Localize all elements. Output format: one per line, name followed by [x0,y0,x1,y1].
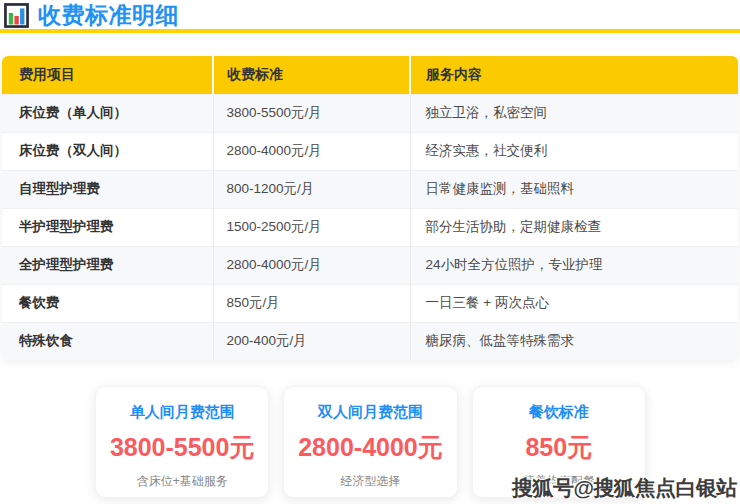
summary-card: 双人间月费范围 2800-4000元 经济型选择 [283,386,457,498]
column-header-fee-item: 费用项目 [2,56,213,94]
fee-item-cell: 床位费（单人间） [2,94,213,132]
table-row: 床位费（双人间） 2800-4000元/月 经济实惠，社交便利 [2,132,738,170]
page-title: 收费标准明细 [38,4,179,27]
service-cell: 日常健康监测，基础照料 [410,170,738,208]
gold-divider [0,29,740,33]
fee-table-body: 床位费（单人间） 3800-5500元/月 独立卫浴，私密空间 床位费（双人间）… [2,94,738,360]
sohu-watermark: 搜狐号@搜狐焦点白银站 [512,474,737,502]
service-cell: 24小时全方位照护，专业护理 [410,246,738,284]
service-cell: 经济实惠，社交便利 [410,132,738,170]
fee-table: 费用项目 收费标准 服务内容 床位费（单人间） 3800-5500元/月 独立卫… [2,56,738,360]
table-row: 自理型护理费 800-1200元/月 日常健康监测，基础照料 [2,170,738,208]
fee-standard-cell: 2800-4000元/月 [213,246,410,284]
fee-item-cell: 床位费（双人间） [2,132,213,170]
service-cell: 一日三餐 + 两次点心 [410,284,738,322]
service-cell: 部分生活协助，定期健康检查 [410,208,738,246]
card-price: 3800-5500元 [110,434,255,462]
table-row: 餐饮费 850元/月 一日三餐 + 两次点心 [2,284,738,322]
fee-standard-cell: 850元/月 [213,284,410,322]
fee-item-cell: 自理型护理费 [2,170,213,208]
fee-standard-cell: 1500-2500元/月 [213,208,410,246]
page-header: 收费标准明细 [0,0,740,27]
table-row: 全护理型护理费 2800-4000元/月 24小时全方位照护，专业护理 [2,246,738,284]
fee-table-header: 费用项目 收费标准 服务内容 [2,56,738,94]
table-row: 床位费（单人间） 3800-5500元/月 独立卫浴，私密空间 [2,94,738,132]
fee-table-container: 费用项目 收费标准 服务内容 床位费（单人间） 3800-5500元/月 独立卫… [2,56,738,360]
summary-card: 单人间月费范围 3800-5500元 含床位+基础服务 [95,386,269,498]
fee-standard-cell: 3800-5500元/月 [213,94,410,132]
card-price: 850元 [525,434,592,462]
column-header-fee-standard: 收费标准 [213,56,410,94]
card-price: 2800-4000元 [298,434,443,462]
table-row: 特殊饮食 200-400元/月 糖尿病、低盐等特殊需求 [2,322,738,360]
column-header-service: 服务内容 [410,56,738,94]
card-title: 餐饮标准 [529,403,589,422]
table-row: 半护理型护理费 1500-2500元/月 部分生活协助，定期健康检查 [2,208,738,246]
fee-table-header-row: 费用项目 收费标准 服务内容 [2,56,738,94]
fee-standard-cell: 800-1200元/月 [213,170,410,208]
fee-standard-cell: 2800-4000元/月 [213,132,410,170]
fee-standard-cell: 200-400元/月 [213,322,410,360]
bar-chart-icon [4,3,29,28]
service-cell: 糖尿病、低盐等特殊需求 [410,322,738,360]
card-note: 经济型选择 [340,473,400,490]
fee-item-cell: 特殊饮食 [2,322,213,360]
service-cell: 独立卫浴，私密空间 [410,94,738,132]
card-note: 含床位+基础服务 [137,473,228,490]
fee-item-cell: 全护理型护理费 [2,246,213,284]
card-title: 双人间月费范围 [318,403,423,422]
fee-item-cell: 半护理型护理费 [2,208,213,246]
card-title: 单人间月费范围 [130,403,235,422]
fee-item-cell: 餐饮费 [2,284,213,322]
page: 收费标准明细 费用项目 收费标准 服务内容 床位费（单人间） 3800-5500… [0,0,740,504]
